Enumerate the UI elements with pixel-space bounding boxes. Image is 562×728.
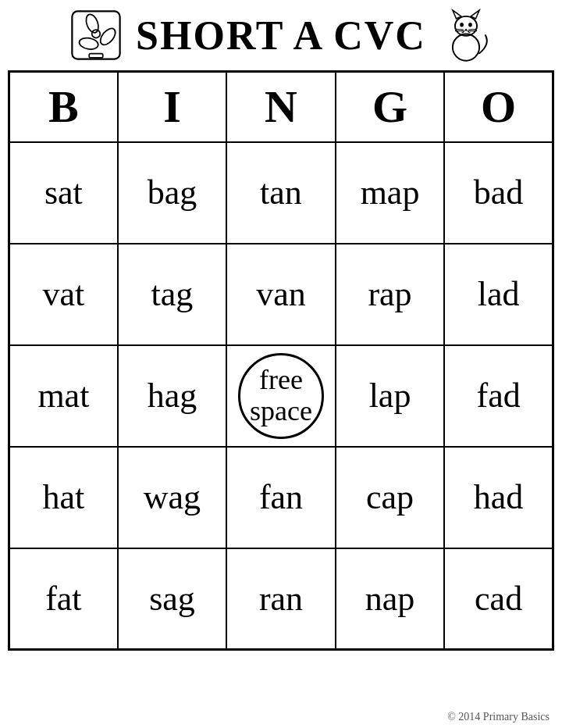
- svg-rect-5: [89, 54, 103, 58]
- table-row: sat bag tan map bad: [9, 142, 553, 244]
- copyright-text: © 2014 Primary Basics: [447, 711, 550, 723]
- cell-g2: rap: [336, 244, 444, 345]
- bingo-header-row: B I N G O: [9, 72, 553, 142]
- cell-o1: bad: [444, 142, 553, 244]
- svg-line-13: [455, 29, 464, 30]
- cell-i3: hag: [118, 345, 226, 447]
- svg-point-7: [455, 16, 477, 36]
- col-b: B: [9, 72, 118, 142]
- cell-g3: lap: [336, 345, 444, 447]
- svg-marker-12: [464, 28, 468, 30]
- cell-b2: vat: [9, 244, 118, 345]
- page-title: SHORT A CVC: [136, 12, 426, 59]
- svg-marker-8: [453, 10, 461, 19]
- bingo-board: B I N G O sat bag tan map bad vat tag va…: [8, 70, 554, 651]
- cell-g5: nap: [336, 548, 444, 650]
- col-i: I: [118, 72, 226, 142]
- cell-b1: sat: [9, 142, 118, 244]
- cell-b4: hat: [9, 447, 118, 548]
- footer-copyright: © 2014 Primary Basics: [447, 711, 550, 723]
- svg-marker-9: [471, 10, 479, 19]
- cell-n4: fan: [226, 447, 336, 548]
- table-row: vat tag van rap lad: [9, 244, 553, 345]
- bingo-board-container: B I N G O sat bag tan map bad vat tag va…: [0, 70, 562, 651]
- svg-point-6: [453, 34, 479, 60]
- free-space-text: freespace: [250, 365, 312, 426]
- fan-icon: [69, 8, 123, 62]
- cell-i1: bag: [118, 142, 226, 244]
- cell-n3-free-space: freespace: [226, 345, 336, 447]
- cell-g1: map: [336, 142, 444, 244]
- cell-i2: tag: [118, 244, 226, 345]
- col-g: G: [336, 72, 444, 142]
- col-o: O: [444, 72, 553, 142]
- table-row: hat wag fan cap had: [9, 447, 553, 548]
- svg-point-4: [98, 26, 118, 48]
- cell-b5: fat: [9, 548, 118, 650]
- cell-i4: wag: [118, 447, 226, 548]
- table-row: fat sag ran nap cad: [9, 548, 553, 650]
- table-row: mat hag freespace lap fad: [9, 345, 553, 447]
- cell-n1: tan: [226, 142, 336, 244]
- page-header: SHORT A CVC: [0, 0, 562, 70]
- svg-point-10: [460, 23, 464, 27]
- free-space-circle: freespace: [238, 353, 324, 439]
- cell-o5: cad: [444, 548, 553, 650]
- cell-o4: had: [444, 447, 553, 548]
- svg-point-3: [79, 37, 100, 51]
- cell-o2: lad: [444, 244, 553, 345]
- col-n: N: [226, 72, 336, 142]
- svg-point-1: [92, 30, 101, 38]
- cell-g4: cap: [336, 447, 444, 548]
- cell-n2: van: [226, 244, 336, 345]
- cell-i5: sag: [118, 548, 226, 650]
- cell-n5: ran: [226, 548, 336, 650]
- svg-point-11: [468, 23, 472, 27]
- cell-b3: mat: [9, 345, 118, 447]
- svg-line-15: [468, 29, 477, 30]
- cat-icon: [439, 8, 493, 62]
- cell-o3: fad: [444, 345, 553, 447]
